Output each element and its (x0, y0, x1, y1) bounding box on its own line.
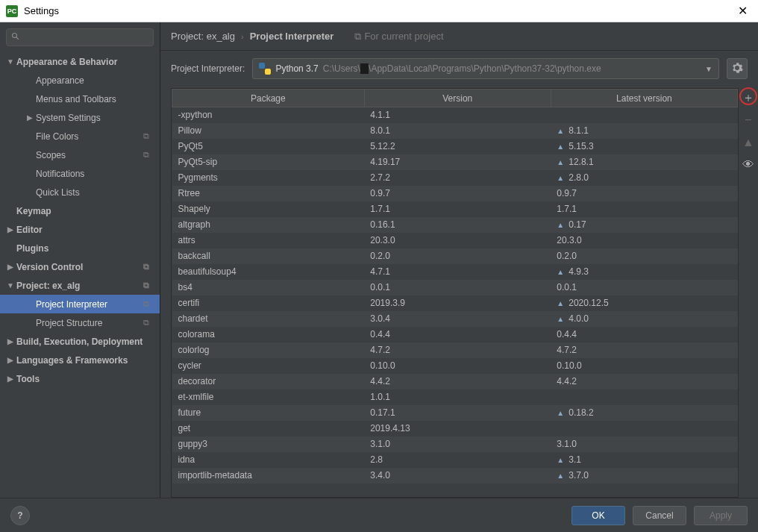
cell-latest: ▲12.8.1 (551, 154, 737, 170)
close-icon[interactable]: ✕ (733, 4, 752, 18)
sidebar-item[interactable]: Notifications (0, 164, 160, 183)
project-scope-icon: ⧉ (143, 281, 155, 290)
table-row[interactable]: colorlog4.7.24.7.2 (172, 342, 738, 358)
sidebar-item[interactable]: Menus and Toolbars (0, 90, 160, 108)
cell-package: Pillow (172, 123, 365, 139)
cell-package: future (172, 405, 365, 421)
table-row[interactable]: get2019.4.13 (172, 421, 738, 436)
table-row[interactable]: chardet3.0.4▲4.0.0 (172, 311, 738, 327)
upgrade-available-icon: ▲ (557, 456, 564, 464)
col-version[interactable]: Version (364, 90, 551, 107)
table-row[interactable]: bs40.0.10.0.1 (172, 280, 738, 295)
table-row[interactable]: Pygments2.7.2▲2.8.0 (172, 170, 738, 186)
cell-package: chardet (172, 311, 365, 327)
cell-version: 3.1.0 (364, 436, 551, 452)
table-row[interactable]: Rtree0.9.70.9.7 (172, 186, 738, 201)
dialog-button-bar: ? OK Cancel Apply (0, 498, 758, 532)
col-latest[interactable]: Latest version (551, 90, 737, 107)
interpreter-settings-button[interactable] (727, 58, 748, 79)
upgrade-available-icon: ▲ (557, 409, 564, 417)
table-row[interactable]: Pillow8.0.1▲8.1.1 (172, 123, 738, 139)
interpreter-dropdown[interactable]: Python 3.7 C:\Users\ \AppData\Local\Prog… (252, 58, 719, 79)
cell-latest: ▲0.17 (551, 217, 737, 233)
sidebar-item[interactable]: ▶Version Control⧉ (0, 257, 160, 276)
sidebar-item[interactable]: ▶Build, Execution, Deployment (0, 332, 160, 351)
sidebar-item-label: Languages & Frameworks (16, 355, 160, 366)
cell-latest: ▲4.0.0 (551, 311, 737, 327)
table-row[interactable]: certifi2019.3.9▲2020.12.5 (172, 295, 738, 311)
cell-version: 2019.4.13 (364, 421, 551, 436)
tree-arrow-icon: ▼ (4, 281, 16, 290)
sidebar-item[interactable]: Keymap (0, 201, 160, 220)
sidebar-item[interactable]: Appearance (0, 71, 160, 90)
table-row[interactable]: guppy33.1.03.1.0 (172, 436, 738, 452)
table-row[interactable]: future0.17.1▲0.18.2 (172, 405, 738, 421)
plus-icon: ＋ (742, 90, 754, 106)
settings-sidebar: ▼Appearance & BehaviorAppearanceMenus an… (0, 22, 160, 498)
cell-version: 0.4.4 (364, 327, 551, 342)
table-row[interactable]: idna2.8▲3.1 (172, 452, 738, 468)
table-row[interactable]: et-xmlfile1.0.1 (172, 389, 738, 405)
sidebar-item-label: Version Control (16, 262, 143, 272)
cell-package: Pygments (172, 170, 365, 186)
cell-latest (551, 389, 737, 405)
breadcrumb-page: Project Interpreter (250, 31, 334, 42)
sidebar-item[interactable]: File Colors⧉ (0, 127, 160, 145)
interpreter-row: Project Interpreter: Python 3.7 C:\Users… (160, 51, 758, 88)
add-package-button[interactable]: ＋ (740, 90, 757, 106)
table-row[interactable]: colorama0.4.40.4.4 (172, 327, 738, 342)
eye-icon: 👁 (742, 158, 754, 172)
table-row[interactable]: PyQt55.12.2▲5.15.3 (172, 139, 738, 154)
show-early-releases-button[interactable]: 👁 (740, 157, 757, 173)
cell-version: 0.17.1 (364, 405, 551, 421)
interpreter-label: Project Interpreter: (171, 63, 245, 74)
cell-version: 2.7.2 (364, 170, 551, 186)
cell-package: guppy3 (172, 436, 365, 452)
ok-button[interactable]: OK (571, 506, 625, 525)
sidebar-item[interactable]: ▶Languages & Frameworks (0, 351, 160, 369)
tree-arrow-icon: ▼ (4, 57, 16, 66)
cell-latest: 0.2.0 (551, 248, 737, 264)
tree-arrow-icon: ▶ (4, 263, 16, 271)
sidebar-item[interactable]: Scopes⧉ (0, 145, 160, 164)
sidebar-item-label: File Colors (36, 131, 143, 142)
sidebar-item[interactable]: Project Structure⧉ (0, 313, 160, 332)
hint-text: For current project (364, 31, 443, 42)
package-tools: ＋ − ▲ 👁 (739, 88, 758, 498)
help-button[interactable]: ? (10, 506, 30, 525)
table-row[interactable]: attrs20.3.020.3.0 (172, 233, 738, 248)
sidebar-item[interactable]: Quick Lists (0, 183, 160, 201)
sidebar-item[interactable]: Project Interpreter⧉ (0, 295, 160, 313)
sidebar-item[interactable]: ▶Tools (0, 369, 160, 388)
cell-version: 0.0.1 (364, 280, 551, 295)
upgrade-package-button[interactable]: ▲ (740, 134, 757, 151)
table-row[interactable]: altgraph0.16.1▲0.17 (172, 217, 738, 233)
cell-package: certifi (172, 295, 365, 311)
apply-button[interactable]: Apply (694, 506, 748, 525)
table-row[interactable]: cycler0.10.00.10.0 (172, 358, 738, 374)
cell-version: 4.7.1 (364, 264, 551, 280)
sidebar-item[interactable]: ▶Editor (0, 220, 160, 239)
project-scope-icon: ⧉ (143, 299, 155, 309)
sidebar-item[interactable]: ▶System Settings (0, 108, 160, 127)
table-row[interactable]: backcall0.2.00.2.0 (172, 248, 738, 264)
sidebar-item[interactable]: Plugins (0, 239, 160, 257)
table-row[interactable]: -xpython4.1.1 (172, 107, 738, 123)
cell-package: Shapely (172, 201, 365, 217)
cancel-button[interactable]: Cancel (633, 506, 686, 525)
sidebar-item-label: Plugins (16, 243, 160, 254)
table-row[interactable]: PyQt5-sip4.19.17▲12.8.1 (172, 154, 738, 170)
interpreter-path: C:\Users\ \AppData\Local\Programs\Python… (323, 63, 701, 74)
remove-package-button[interactable]: − (740, 112, 757, 128)
sidebar-search-input[interactable] (6, 28, 154, 46)
cell-version: 1.7.1 (364, 201, 551, 217)
sidebar-item[interactable]: ▼Appearance & Behavior (0, 52, 160, 71)
cell-package: beautifulsoup4 (172, 264, 365, 280)
col-package[interactable]: Package (172, 90, 365, 107)
sidebar-item[interactable]: ▼Project: ex_alg⧉ (0, 276, 160, 295)
table-row[interactable]: beautifulsoup44.7.1▲4.9.3 (172, 264, 738, 280)
table-row[interactable]: Shapely1.7.11.7.1 (172, 201, 738, 217)
cell-package: cycler (172, 358, 365, 374)
table-row[interactable]: importlib-metadata3.4.0▲3.7.0 (172, 468, 738, 484)
table-row[interactable]: decorator4.4.24.4.2 (172, 374, 738, 389)
